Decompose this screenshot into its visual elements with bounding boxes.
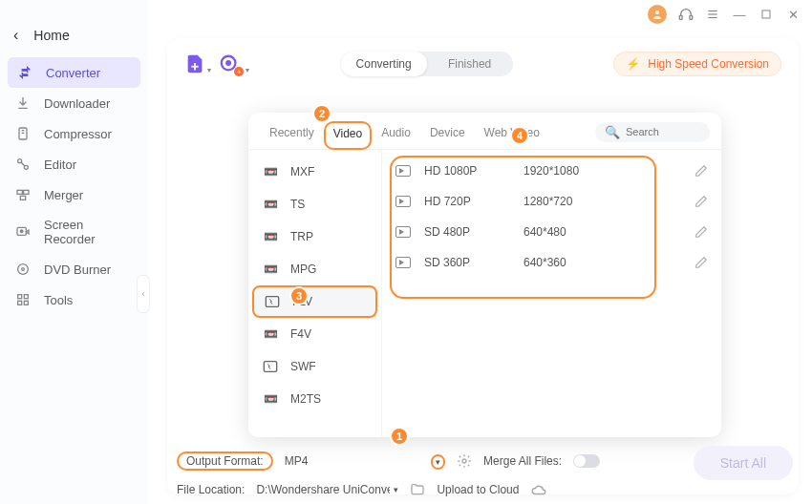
svg-rect-28	[266, 297, 278, 307]
svg-rect-1	[679, 15, 682, 19]
sidebar-item-merger[interactable]: Merger	[0, 179, 148, 210]
svg-rect-13	[17, 190, 22, 194]
svg-rect-22	[18, 301, 22, 304]
svg-rect-6	[762, 10, 770, 18]
svg-rect-14	[24, 190, 29, 194]
user-avatar[interactable]	[648, 5, 667, 24]
sidebar-item-editor[interactable]: Editor	[0, 149, 148, 179]
mxf-icon: 📼	[262, 165, 279, 178]
back-icon[interactable]: ‹	[13, 27, 18, 44]
status-segment: Converting Finished	[341, 52, 513, 76]
format-flv[interactable]: FLV	[252, 285, 377, 318]
step-badge-4: 4	[510, 126, 529, 145]
cloud-icon[interactable]	[530, 483, 547, 496]
edit-icon[interactable]	[694, 225, 708, 239]
minimize-icon[interactable]: —	[732, 7, 747, 22]
format-mxf[interactable]: 📼MXF	[248, 156, 381, 188]
start-all-button[interactable]: Start All	[694, 446, 793, 480]
format-list: 📼MXF 📼TS 📼TRP 📼MPG FLV 📼F4V SWF 📼M2TS	[248, 150, 382, 436]
svg-rect-21	[24, 295, 28, 299]
svg-line-12	[21, 162, 25, 166]
svg-point-27	[226, 61, 230, 65]
trp-icon: 📼	[262, 230, 279, 243]
merge-toggle[interactable]	[573, 454, 600, 468]
tab-device[interactable]: Device	[420, 120, 475, 149]
tab-finished[interactable]: Finished	[427, 52, 513, 76]
resolution-sd360[interactable]: SD 360P640*360	[382, 247, 721, 278]
folder-icon[interactable]	[410, 482, 425, 497]
resolution-hd1080[interactable]: HD 1080P1920*1080	[382, 156, 721, 186]
format-ts[interactable]: 📼TS	[248, 188, 381, 220]
swf-icon	[262, 360, 279, 373]
f4v-icon: 📼	[262, 327, 279, 341]
chevron-down-icon: ▾	[394, 485, 398, 494]
edit-icon[interactable]	[694, 256, 708, 269]
file-location-dropdown[interactable]: D:\Wondershare UniConverter 1 ▾	[256, 483, 398, 496]
converter-icon	[17, 65, 32, 80]
svg-rect-15	[20, 196, 25, 200]
edit-icon[interactable]	[694, 164, 708, 178]
video-icon	[395, 257, 411, 268]
dvd-icon	[15, 262, 31, 277]
format-trp[interactable]: 📼TRP	[248, 220, 381, 253]
svg-rect-29	[264, 362, 276, 372]
search-icon: 🔍	[605, 125, 620, 139]
tab-recently[interactable]: Recently	[260, 120, 324, 149]
screen-recorder-icon	[15, 224, 31, 240]
svg-rect-2	[690, 15, 693, 19]
tools-icon	[15, 292, 31, 307]
search-box[interactable]: 🔍	[595, 122, 710, 142]
format-m2ts[interactable]: 📼M2TS	[248, 383, 381, 415]
m2ts-icon: 📼	[262, 392, 279, 406]
step-badge-2: 2	[312, 104, 331, 123]
chevron-down-icon: ▾	[431, 454, 445, 470]
tab-converting[interactable]: Converting	[341, 52, 427, 76]
headset-icon[interactable]	[678, 7, 694, 22]
add-file-icon[interactable]: ▾	[184, 53, 205, 74]
bolt-icon: ⚡	[626, 57, 640, 71]
edit-icon[interactable]	[694, 195, 708, 208]
menu-icon[interactable]	[705, 7, 720, 22]
home-label[interactable]: Home	[33, 28, 69, 43]
resolution-list: HD 1080P1920*1080 HD 720P1280*720 SD 480…	[382, 150, 721, 436]
sidebar-item-converter[interactable]: Converter	[8, 57, 140, 88]
format-f4v[interactable]: 📼F4V	[248, 318, 381, 350]
svg-point-18	[18, 264, 29, 275]
collapse-sidebar[interactable]: ‹	[137, 275, 150, 313]
output-format-dropdown[interactable]: MP4 ▾	[285, 454, 445, 468]
sidebar-item-downloader[interactable]: Downloader	[0, 88, 148, 118]
svg-point-17	[20, 230, 23, 233]
downloader-icon	[15, 95, 31, 111]
output-format-label: Output Format:	[177, 452, 273, 471]
tab-audio[interactable]: Audio	[372, 120, 420, 149]
compressor-icon	[15, 126, 31, 141]
search-input[interactable]	[626, 126, 702, 137]
merge-label: Merge All Files:	[483, 454, 562, 468]
maximize-icon[interactable]	[759, 7, 774, 22]
format-mpg[interactable]: 📼MPG	[248, 253, 381, 285]
close-icon[interactable]: ✕	[785, 7, 801, 22]
svg-rect-25	[191, 66, 198, 68]
tab-video[interactable]: Video	[324, 121, 372, 150]
resolution-hd720[interactable]: HD 720P1280*720	[382, 186, 721, 217]
svg-point-0	[655, 10, 659, 14]
add-disc-icon[interactable]: +▾	[219, 53, 240, 74]
sidebar-item-compressor[interactable]: Compressor	[0, 118, 148, 149]
step-badge-1: 1	[390, 427, 409, 446]
sidebar-item-dvd-burner[interactable]: DVD Burner	[0, 254, 148, 284]
high-speed-conversion[interactable]: ⚡ High Speed Conversion	[613, 52, 781, 76]
sidebar-item-screen-recorder[interactable]: Screen Recorder	[0, 210, 148, 254]
upload-label: Upload to Cloud	[437, 483, 519, 496]
gear-icon[interactable]	[457, 453, 472, 469]
svg-rect-23	[24, 301, 28, 304]
step-badge-3: 3	[289, 286, 309, 305]
flv-icon	[264, 295, 281, 308]
svg-rect-20	[18, 295, 22, 299]
mpg-icon: 📼	[262, 262, 279, 276]
resolution-sd480[interactable]: SD 480P640*480	[382, 217, 721, 247]
format-swf[interactable]: SWF	[248, 350, 381, 383]
sidebar-item-tools[interactable]: Tools	[0, 284, 148, 315]
file-location-label: File Location:	[177, 483, 245, 496]
svg-point-19	[22, 268, 25, 271]
editor-icon	[15, 157, 31, 172]
